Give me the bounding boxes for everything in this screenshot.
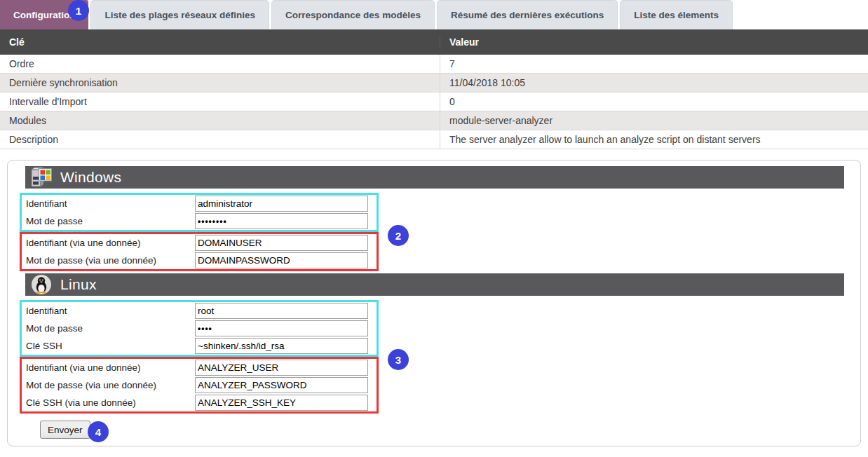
table-row: Ordre 7 <box>0 55 868 74</box>
windows-section-header: Windows <box>25 166 844 189</box>
windows-password-donnee-input[interactable] <box>195 252 368 268</box>
form-row: Mot de passe <box>22 320 377 337</box>
windows-data-credentials-highlight: Identifiant (via une donnée) Mot de pass… <box>20 232 379 271</box>
column-header-cle: Clé <box>0 36 440 48</box>
table-row: Dernière synchronisation 11/04/2018 10:0… <box>0 74 868 93</box>
windows-identifiant-label: Identifiant <box>22 198 195 209</box>
form-row: Identifiant (via une donnée) <box>22 359 377 376</box>
form-row: Clé SSH <box>22 337 377 355</box>
submit-row: Envoyer <box>40 421 860 439</box>
windows-password-label: Mot de passe <box>22 216 195 226</box>
form-row: Identifiant (via une donnée) <box>22 234 377 252</box>
table-header-row: Clé Valeur <box>0 29 868 55</box>
linux-section-header: Linux <box>25 273 844 296</box>
form-row: Clé SSH (via une donnée) <box>22 394 377 411</box>
linux-ssh-key-input[interactable] <box>195 338 368 354</box>
windows-server-icon <box>30 166 53 189</box>
linux-identifiant-input[interactable] <box>195 303 368 319</box>
tab-bar: Configuration Liste des plages réseaux d… <box>0 0 868 29</box>
table-row: Intervalle d'Import 0 <box>0 93 868 111</box>
form-row: Mot de passe <box>22 212 377 230</box>
row-value: The server analyzer allow to launch an a… <box>440 134 868 145</box>
annotation-badge-2: 2 <box>388 225 409 246</box>
annotation-badge-4: 4 <box>88 421 109 442</box>
annotation-badge-1: 1 <box>68 0 89 21</box>
row-value: module-server-analyzer <box>440 115 868 126</box>
row-value: 7 <box>440 58 868 69</box>
annotation-badge-3: 3 <box>388 349 409 370</box>
form-row: Mot de passe (via une donnée) <box>22 376 377 394</box>
form-row: Identifiant <box>22 195 377 212</box>
table-row: Description The server analyzer allow to… <box>0 130 868 149</box>
table-row: Modules module-server-analyzer <box>0 111 868 130</box>
linux-identifiant-donnee-label: Identifiant (via une donnée) <box>22 362 195 373</box>
tab-correspondance-modeles[interactable]: Correspondance des modèles <box>271 0 435 29</box>
windows-direct-credentials-highlight: Identifiant Mot de passe <box>20 193 379 232</box>
row-value: 0 <box>440 96 868 107</box>
windows-password-donnee-label: Mot de passe (via une donnée) <box>22 255 195 266</box>
form-row: Identifiant <box>22 302 377 320</box>
linux-section-title: Linux <box>60 276 97 293</box>
credentials-panel: Windows Identifiant Mot de passe Identif… <box>7 160 861 446</box>
linux-identifiant-label: Identifiant <box>22 306 195 316</box>
row-key: Description <box>0 130 440 149</box>
row-key: Ordre <box>0 55 440 73</box>
row-key: Dernière synchronisation <box>0 74 440 92</box>
tab-resume-executions[interactable]: Résumé des dernières exécutions <box>437 0 618 29</box>
linux-identifiant-donnee-input[interactable] <box>195 360 368 376</box>
tab-plages-reseaux[interactable]: Liste des plages réseaux définies <box>90 0 269 29</box>
linux-password-donnee-label: Mot de passe (via une donnée) <box>22 380 195 390</box>
row-key: Intervalle d'Import <box>0 93 440 111</box>
linux-password-label: Mot de passe <box>22 323 195 334</box>
windows-password-input[interactable] <box>195 213 368 229</box>
linux-password-donnee-input[interactable] <box>195 377 368 393</box>
linux-ssh-key-label: Clé SSH <box>22 341 195 351</box>
linux-data-credentials-highlight: Identifiant (via une donnée) Mot de pass… <box>20 357 379 414</box>
row-key: Modules <box>0 111 440 130</box>
envoyer-button[interactable]: Envoyer <box>40 421 90 439</box>
windows-identifiant-donnee-input[interactable] <box>195 235 368 251</box>
linux-direct-credentials-highlight: Identifiant Mot de passe Clé SSH <box>20 300 379 357</box>
windows-identifiant-input[interactable] <box>195 196 368 212</box>
config-table: Clé Valeur Ordre 7 Dernière synchronisat… <box>0 29 868 149</box>
linux-ssh-key-donnee-label: Clé SSH (via une donnée) <box>22 397 195 408</box>
windows-identifiant-donnee-label: Identifiant (via une donnée) <box>22 238 195 248</box>
linux-password-input[interactable] <box>195 320 368 336</box>
row-value: 11/04/2018 10:05 <box>440 77 868 88</box>
windows-section-title: Windows <box>60 169 121 186</box>
column-header-valeur: Valeur <box>440 36 868 48</box>
linux-ssh-key-donnee-input[interactable] <box>195 395 368 411</box>
form-row: Mot de passe (via une donnée) <box>22 252 377 269</box>
tab-liste-elements[interactable]: Liste des élements <box>620 0 733 29</box>
linux-tux-icon <box>30 273 53 296</box>
